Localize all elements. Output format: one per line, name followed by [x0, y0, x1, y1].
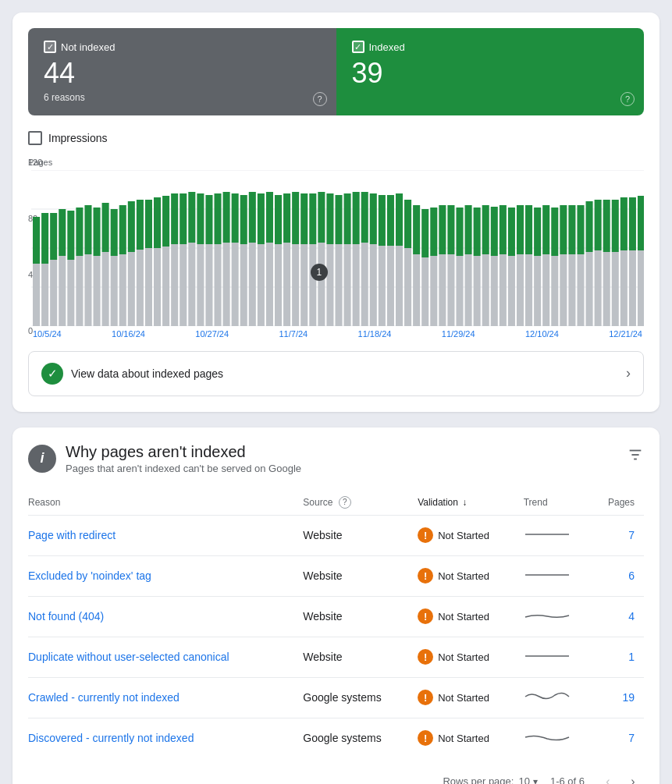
svg-rect-94 [413, 205, 420, 254]
col-reason: Reason [28, 490, 303, 516]
not-indexed-sub: 6 reasons [44, 92, 321, 103]
svg-rect-33 [154, 248, 161, 326]
prev-page-button[interactable]: ‹ [597, 771, 619, 784]
next-page-button[interactable]: › [622, 771, 644, 784]
x-label-6: 11/29/24 [442, 329, 475, 339]
svg-rect-111 [491, 256, 498, 326]
source-cell-3: Website [303, 637, 418, 677]
svg-rect-17 [84, 254, 91, 326]
col-source: Source ? [303, 490, 418, 516]
svg-rect-23 [111, 256, 118, 326]
svg-rect-78 [344, 193, 351, 244]
rows-per-page-select[interactable]: 10 ▾ [518, 775, 537, 784]
source-help-icon[interactable]: ? [339, 496, 351, 509]
svg-rect-6 [33, 217, 40, 264]
x-label-8: 12/21/24 [609, 329, 642, 339]
svg-rect-40 [180, 193, 187, 244]
svg-rect-25 [119, 254, 126, 326]
svg-rect-134 [586, 201, 593, 252]
reason-link-1[interactable]: Excluded by 'noindex' tag [28, 569, 151, 582]
svg-rect-31 [145, 248, 152, 326]
indexed-count: 39 [352, 58, 629, 89]
not-indexed-box[interactable]: Not indexed 44 6 reasons ? [28, 28, 336, 115]
svg-rect-13 [67, 260, 74, 326]
svg-rect-68 [300, 193, 308, 244]
svg-rect-113 [500, 254, 507, 326]
sort-arrow-icon: ↓ [462, 497, 467, 508]
svg-rect-90 [396, 193, 403, 246]
x-label-2: 10/16/24 [112, 329, 145, 339]
why-header-left: i Why pages aren't indexed Pages that ar… [28, 443, 301, 474]
svg-rect-129 [568, 254, 575, 326]
reason-cell-1[interactable]: Excluded by 'noindex' tag [28, 555, 303, 596]
svg-rect-67 [300, 244, 308, 326]
indexed-help-icon[interactable]: ? [620, 92, 635, 106]
svg-rect-87 [387, 246, 394, 326]
trend-cell-4 [524, 677, 597, 718]
filter-icon[interactable] [627, 446, 644, 467]
check-circle-icon: ✓ [41, 363, 63, 385]
reason-link-2[interactable]: Not found (404) [28, 610, 104, 623]
source-cell-5: Google systems [303, 718, 418, 758]
reason-link-3[interactable]: Duplicate without user-selected canonica… [28, 651, 229, 663]
not-started-text-3: Not Started [438, 651, 489, 663]
view-data-button[interactable]: ✓ View data about indexed pages › [28, 351, 644, 396]
svg-rect-69 [309, 244, 316, 326]
svg-rect-83 [370, 244, 377, 326]
page-nav: ‹ › [597, 771, 644, 784]
svg-rect-79 [353, 244, 360, 326]
pages-count-3: 1 [628, 651, 635, 663]
reason-cell-0[interactable]: Page with redirect [28, 515, 303, 555]
source-cell-2: Website [303, 596, 418, 637]
reason-link-5[interactable]: Discovered - currently not indexed [28, 732, 194, 744]
svg-rect-47 [214, 244, 221, 326]
chevron-right-icon: › [626, 365, 631, 381]
svg-rect-106 [465, 205, 472, 254]
svg-rect-131 [577, 254, 584, 326]
svg-rect-139 [612, 252, 619, 326]
indexed-checkbox[interactable] [352, 41, 364, 53]
svg-rect-115 [508, 256, 515, 326]
svg-rect-46 [205, 195, 212, 244]
validation-cell-1: ! Not Started [418, 555, 524, 596]
reason-cell-2[interactable]: Not found (404) [28, 596, 303, 637]
svg-rect-116 [508, 208, 515, 256]
col-validation: Validation ↓ [418, 490, 524, 516]
svg-rect-127 [560, 254, 567, 326]
trend-cell-3 [524, 637, 597, 677]
rows-per-page-value: 10 [518, 775, 529, 784]
not-indexed-help-icon[interactable]: ? [313, 92, 327, 106]
svg-rect-66 [292, 192, 299, 244]
svg-rect-61 [275, 244, 282, 326]
svg-rect-108 [474, 208, 481, 256]
not-indexed-checkbox[interactable] [44, 41, 56, 53]
svg-rect-145 [638, 250, 644, 326]
svg-rect-143 [629, 250, 636, 326]
svg-rect-27 [128, 252, 135, 326]
svg-rect-125 [551, 256, 558, 326]
source-cell-4: Google systems [303, 677, 418, 718]
svg-rect-88 [387, 195, 394, 246]
pages-cell-3: 1 [597, 637, 644, 677]
svg-rect-9 [50, 260, 57, 326]
reason-link-4[interactable]: Crawled - currently not indexed [28, 691, 180, 704]
svg-rect-137 [603, 252, 610, 326]
svg-rect-32 [145, 200, 152, 248]
svg-rect-73 [326, 244, 333, 326]
reason-cell-4[interactable]: Crawled - currently not indexed [28, 677, 303, 718]
impressions-checkbox[interactable] [28, 131, 42, 145]
svg-rect-58 [258, 193, 265, 244]
view-data-text: View data about indexed pages [71, 367, 223, 380]
svg-rect-41 [188, 243, 195, 326]
reason-cell-3[interactable]: Duplicate without user-selected canonica… [28, 637, 303, 677]
pages-count-5: 7 [628, 732, 635, 744]
reason-link-0[interactable]: Page with redirect [28, 529, 116, 541]
trend-cell-2 [524, 596, 597, 637]
svg-rect-122 [534, 208, 541, 256]
svg-rect-30 [137, 200, 144, 250]
not-indexed-count: 44 [44, 58, 321, 89]
pages-count-4: 19 [622, 691, 635, 704]
indexed-box[interactable]: Indexed 39 ? [336, 28, 645, 115]
reason-cell-5[interactable]: Discovered - currently not indexed [28, 718, 303, 758]
svg-rect-19 [94, 256, 101, 326]
